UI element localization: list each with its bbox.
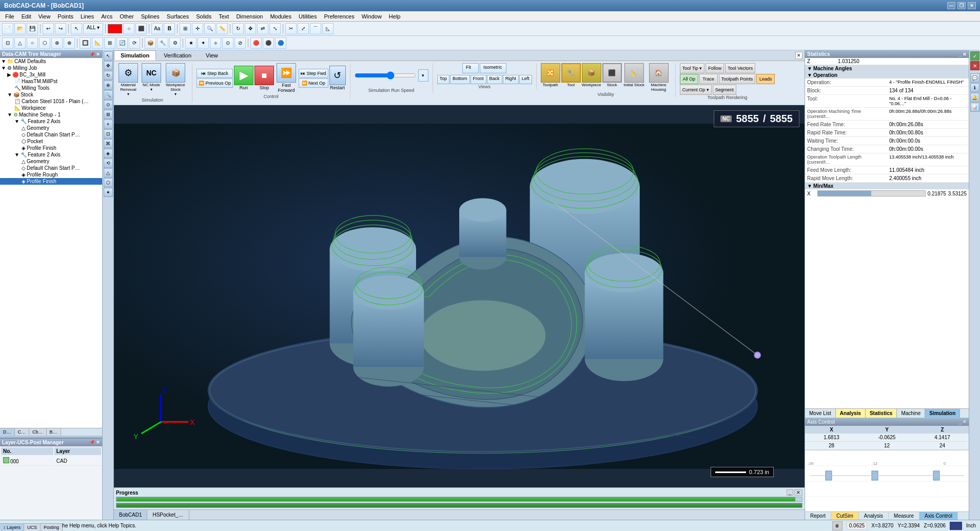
tb-trim[interactable]: ✂: [285, 23, 297, 34]
tb2-15[interactable]: ★: [185, 37, 197, 49]
view-tab-bobcad1[interactable]: BobCAD1: [114, 510, 147, 520]
tree-item-carbon-steel[interactable]: 📋 Carbon Steel 1018 - Plain (…: [0, 98, 102, 105]
tab-b[interactable]: B…: [47, 428, 61, 436]
side-icon-2[interactable]: ✥: [104, 61, 113, 70]
menu-solids[interactable]: Solids: [193, 12, 214, 21]
tb2-14[interactable]: ⚙: [169, 37, 181, 49]
tb-measure[interactable]: 📏: [217, 23, 228, 34]
menu-arcs[interactable]: Arcs: [98, 12, 115, 21]
tree-item-feature2a[interactable]: ▼ 🔧 Feature 2 Axis: [0, 118, 102, 125]
tb-save[interactable]: 💾: [27, 23, 38, 34]
top-btn[interactable]: Top: [437, 75, 450, 84]
side-icon-7[interactable]: ⊞: [104, 110, 113, 119]
side-icon-14[interactable]: ⬡: [104, 178, 113, 187]
toolpath-points-btn[interactable]: Toolpath Points: [719, 74, 756, 84]
stats-close[interactable]: ✕: [963, 52, 967, 57]
tab-move-list[interactable]: Move List: [805, 409, 836, 418]
axis-close[interactable]: ✕: [963, 419, 967, 425]
tab-simulation[interactable]: Simulation: [925, 409, 960, 418]
tb-extend[interactable]: ⤢: [298, 23, 309, 34]
tab-cb[interactable]: Cb…: [29, 428, 47, 436]
minmax-section[interactable]: ▼ Min/Max: [805, 183, 969, 189]
tb2-2[interactable]: △: [14, 37, 26, 49]
restore-button[interactable]: ❐: [957, 2, 966, 9]
machine-housing-vis-btn[interactable]: 🏠 Machine Housing: [646, 63, 671, 92]
tb-redo[interactable]: ↪: [55, 23, 66, 34]
menu-window[interactable]: Window: [359, 12, 385, 21]
menu-utilities[interactable]: Utilities: [296, 12, 320, 21]
tree-item-profile-finish1[interactable]: ◈ Profile Finish: [0, 145, 102, 151]
tb2-16[interactable]: ✦: [198, 37, 209, 49]
tb2-7[interactable]: 🔲: [80, 37, 91, 49]
tb-undo[interactable]: ↩: [43, 23, 54, 34]
tab-machine[interactable]: Machine: [897, 409, 925, 418]
tb2-19[interactable]: ⊘: [234, 37, 246, 49]
menu-file[interactable]: File: [2, 12, 17, 21]
tb-fillet[interactable]: ⌒: [310, 23, 321, 34]
current-op-btn[interactable]: Current Op ▾: [680, 85, 712, 95]
initial-stock-vis-btn[interactable]: 📐 Initial Stock: [623, 63, 645, 92]
menu-edit[interactable]: Edit: [18, 12, 34, 21]
tb-circle[interactable]: ○: [123, 23, 134, 34]
tb2-22[interactable]: 🔵: [275, 37, 286, 49]
tb-mirror[interactable]: ⇌: [257, 23, 268, 34]
report-tab-cutsim[interactable]: CutSim: [831, 512, 859, 520]
cancel-btn[interactable]: ✕: [970, 61, 979, 70]
tree-item-milling-job[interactable]: ▼ ⚙ Milling Job: [0, 65, 102, 71]
tree-item-profile-finish2[interactable]: ◈ Profile Finish: [0, 178, 102, 185]
tb2-18[interactable]: ⊙: [222, 37, 233, 49]
tool-vis-btn[interactable]: 🔧 Tool: [561, 63, 581, 92]
report-tab-report[interactable]: Report: [805, 512, 831, 520]
tb-rotate[interactable]: ↻: [232, 23, 244, 34]
ribbon-close[interactable]: ✕: [795, 52, 802, 59]
workpiece-stock-btn[interactable]: 📦 Workpiece Stock ▾: [163, 63, 188, 96]
menu-other[interactable]: Other: [116, 12, 137, 21]
tree-item-milling-tools[interactable]: 🔨 Milling Tools: [0, 85, 102, 91]
tb-snap[interactable]: ✛: [192, 23, 203, 34]
report-tab-measure[interactable]: Measure: [889, 512, 919, 520]
progress-minimize[interactable]: _: [787, 489, 793, 496]
stock-vis-btn[interactable]: ⬛ Stock: [602, 63, 622, 92]
tree-expand-mj[interactable]: ▼: [1, 65, 6, 71]
tree-expand-cam[interactable]: ▼: [1, 58, 6, 64]
side-icon-1[interactable]: ↖: [104, 51, 113, 61]
tab-verification[interactable]: Verification: [157, 50, 198, 61]
viewport[interactable]: Z X Y NC 5855/5855 0.723 in: [114, 105, 805, 487]
tree-expand-bc[interactable]: ▶: [7, 72, 11, 77]
tab-statistics[interactable]: Statistics: [866, 409, 897, 418]
menu-lines[interactable]: Lines: [77, 12, 97, 21]
tab-d[interactable]: D…: [0, 428, 15, 436]
side-icon-13[interactable]: △: [104, 168, 113, 178]
tree-item-stock[interactable]: ▼ 📦 Stock: [0, 91, 102, 98]
tree-pin[interactable]: 📌: [89, 52, 95, 57]
side-icon-9[interactable]: ⊡: [104, 129, 113, 139]
tb2-9[interactable]: ⊞: [104, 37, 115, 49]
tb2-12[interactable]: 📦: [145, 37, 156, 49]
tree-item-bc3xmill[interactable]: ▶ 🔴 BC_3x_Mill: [0, 71, 102, 78]
step-fwd-btn[interactable]: ⏭ Step Fwd: [299, 69, 328, 78]
progress-close[interactable]: ✕: [794, 489, 802, 496]
nc-mode-btn[interactable]: NC NC Mode ▾: [142, 63, 161, 96]
tree-expand-stock[interactable]: ▼: [7, 92, 12, 97]
step-back-btn[interactable]: ⏮ Step Back: [197, 69, 233, 78]
tree-item-feature2b[interactable]: ▼ 🔧 Feature 2 Axis: [0, 151, 102, 158]
menu-text[interactable]: Text: [215, 12, 232, 21]
tb2-21[interactable]: ⚫: [263, 37, 274, 49]
run-btn[interactable]: ▶ Run: [234, 66, 253, 90]
tree-expand-f2b[interactable]: ▼: [14, 152, 19, 158]
side-icon-4[interactable]: ⊕: [104, 81, 113, 90]
report-tab-analysis[interactable]: Analysis: [859, 512, 889, 520]
workpiece-vis-btn[interactable]: 📦 Workpiece: [582, 63, 601, 92]
tree-item-geom2[interactable]: △ Geometry: [0, 158, 102, 165]
back-btn[interactable]: Back: [487, 75, 502, 84]
tab-view[interactable]: View: [199, 50, 225, 61]
tb2-10[interactable]: 🔄: [116, 37, 128, 49]
tb-color[interactable]: [108, 24, 122, 33]
axis-minimize[interactable]: _: [959, 419, 962, 425]
ok-btn[interactable]: ✓: [970, 51, 979, 61]
tb2-13[interactable]: 🔧: [157, 37, 168, 49]
leads-btn[interactable]: Leads: [756, 74, 775, 84]
tree-expand-ms[interactable]: ▼: [7, 112, 12, 117]
tree-body[interactable]: ▼ 📁 CAM Defaults ▼ ⚙ Milling Job ▶ 🔴 BC_…: [0, 58, 102, 428]
tool-vectors-btn[interactable]: Tool Vectors: [725, 63, 755, 73]
